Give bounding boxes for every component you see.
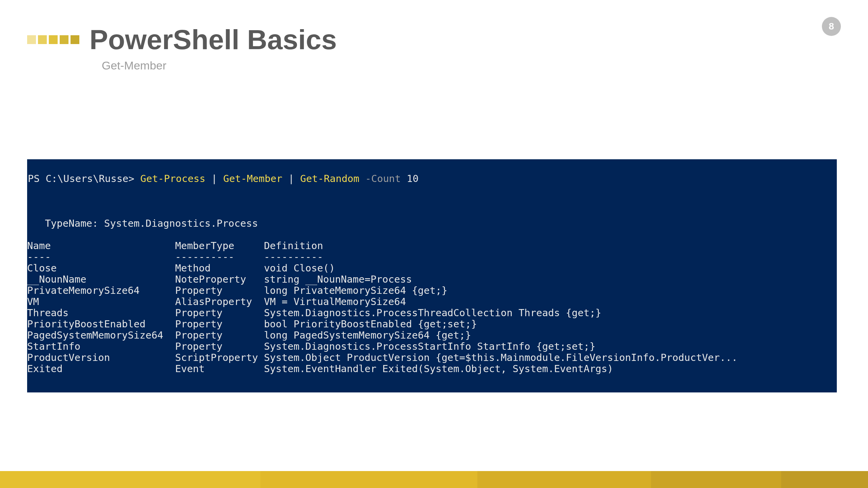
prompt-line: PS C:\Users\Russe> Get-Process | Get-Mem… [27, 173, 837, 184]
slide-header: PowerShell Basics Get-Member [27, 24, 337, 72]
console-output: TypeName: System.Diagnostics.Process Nam… [27, 196, 837, 374]
page-number: 8 [829, 21, 834, 32]
prompt-text: PS C:\Users\Russe> [28, 173, 140, 184]
footer-accent-band [0, 471, 868, 488]
command-text: Get-Process | Get-Member | Get-Random -C… [140, 173, 419, 184]
powershell-console: PS C:\Users\Russe> Get-Process | Get-Mem… [27, 159, 837, 392]
slide-subtitle: Get-Member [102, 59, 337, 72]
accent-bars-icon [27, 35, 79, 44]
slide-title: PowerShell Basics [90, 24, 337, 56]
page-number-badge: 8 [822, 17, 841, 36]
